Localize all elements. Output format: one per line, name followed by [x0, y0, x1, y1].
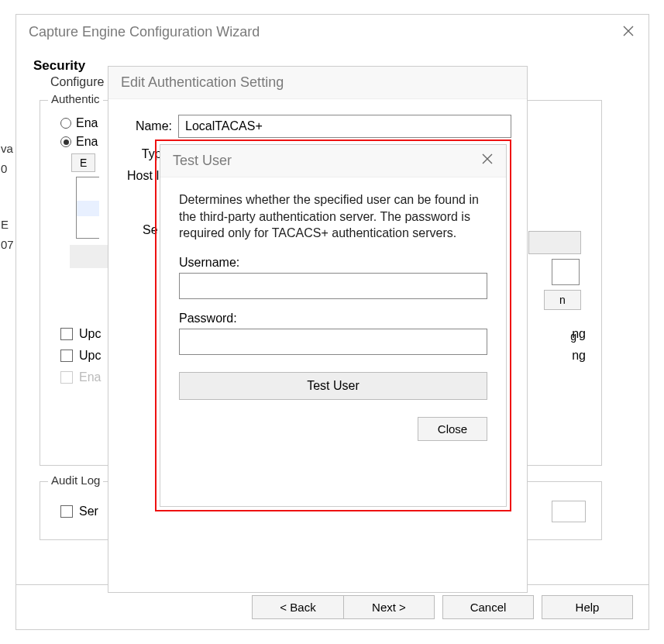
checkbox-label: Upc — [79, 327, 101, 341]
authentication-group-title: Authentic — [48, 92, 103, 105]
radio-label-1: Ena — [76, 116, 98, 130]
stub-g-text: g — [528, 330, 581, 343]
stub-gray-button[interactable] — [528, 231, 581, 254]
checkbox-label: Ena — [79, 370, 101, 384]
stub-box — [552, 259, 580, 285]
radio-label-2: Ena — [76, 135, 98, 149]
audit-log-title: Audit Log — [48, 474, 103, 487]
password-label: Password: — [179, 312, 487, 325]
edit-auth-title: Edit Authentication Setting — [121, 74, 284, 91]
password-input[interactable] — [179, 329, 487, 355]
back-button[interactable]: < Back — [252, 595, 343, 619]
username-input[interactable] — [179, 273, 487, 299]
list-stub[interactable] — [76, 177, 99, 239]
checkbox-icon — [60, 350, 73, 362]
name-input[interactable] — [178, 115, 511, 138]
wizard-title: Capture Engine Configuration Wizard — [29, 24, 260, 40]
test-user-close-button[interactable] — [481, 153, 494, 169]
stub-n-button[interactable]: n — [544, 290, 581, 310]
close-icon — [622, 25, 635, 37]
close-icon — [481, 153, 494, 165]
checkbox-label: Ser — [79, 505, 98, 518]
clipped-text-0: 0 — [1, 162, 7, 175]
clipped-text-e: E — [1, 218, 9, 231]
checkbox-label: Upc — [79, 349, 101, 363]
wizard-titlebar: Capture Engine Configuration Wizard — [16, 15, 649, 49]
test-user-description: Determines whether the specified user ca… — [179, 191, 487, 242]
test-user-dialog: Test User Determines whether the specifi… — [160, 144, 507, 507]
test-user-title: Test User — [173, 153, 232, 169]
cancel-button[interactable]: Cancel — [442, 595, 534, 619]
name-label: Name: — [124, 119, 172, 133]
edit-auth-titlebar: Edit Authentication Setting — [108, 67, 527, 99]
test-user-body: Determines whether the specified user ca… — [160, 177, 506, 455]
stub-e-button[interactable]: E — [71, 153, 95, 172]
wizard-close-button[interactable] — [621, 22, 636, 42]
help-button[interactable]: Help — [542, 595, 633, 619]
audit-input-stub[interactable] — [552, 501, 586, 522]
opt-ng2: ng — [572, 349, 586, 363]
radio-icon — [60, 136, 71, 147]
test-user-button[interactable]: Test User — [179, 372, 487, 400]
checkbox-icon — [60, 371, 73, 384]
checkbox-icon — [60, 328, 73, 340]
radio-icon — [60, 118, 71, 129]
name-row: Name: — [124, 115, 511, 138]
test-user-titlebar: Test User — [160, 145, 506, 177]
clipped-text-07: 07 — [1, 238, 14, 251]
username-label: Username: — [179, 256, 487, 270]
clipped-text-va: va — [1, 142, 13, 155]
close-button[interactable]: Close — [418, 417, 487, 441]
next-button[interactable]: Next > — [343, 595, 435, 619]
checkbox-icon — [60, 505, 73, 518]
